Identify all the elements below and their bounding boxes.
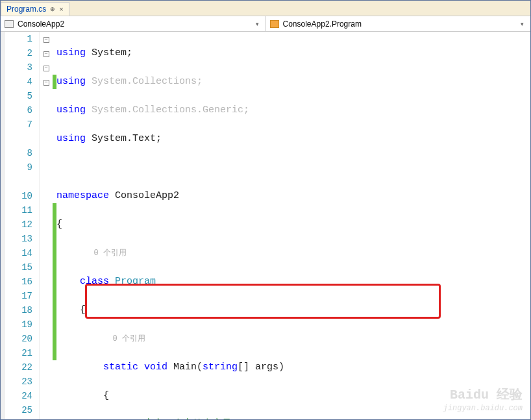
fold-toggle[interactable]: − [43,80,49,86]
fold-column: − − − − [40,32,53,419]
chevron-down-icon: ▾ [518,21,526,27]
fold-toggle[interactable]: − [43,37,49,43]
class-icon [270,20,279,28]
chevron-down-icon: ▾ [253,21,262,27]
tab-title: Program.cs [6,5,46,14]
tab-bar: Program.cs ⊕ × [1,1,530,16]
line-numbers: 1234567 89 10111213141516171819202122232… [5,32,40,419]
fold-toggle[interactable]: − [43,66,49,71]
scope-text: ConsoleApp2 [18,19,64,29]
member-text: ConsoleApp2.Program [283,19,362,29]
pin-icon[interactable]: ⊕ [50,6,55,12]
csharp-icon [5,20,14,28]
nav-bar: ConsoleApp2 ▾ ConsoleApp2.Program ▾ [1,16,530,32]
code-area[interactable]: using System; using System.Collections; … [56,32,530,419]
code-editor[interactable]: 1234567 89 10111213141516171819202122232… [1,32,530,419]
scope-dropdown[interactable]: ConsoleApp2 ▾ [1,16,266,31]
file-tab[interactable]: Program.cs ⊕ × [1,2,69,16]
fold-toggle[interactable]: − [43,51,49,57]
close-icon[interactable]: × [59,5,63,13]
watermark: Baidu 经验 jingyan.baidu.com [443,387,523,414]
member-dropdown[interactable]: ConsoleApp2.Program ▾ [266,16,531,31]
